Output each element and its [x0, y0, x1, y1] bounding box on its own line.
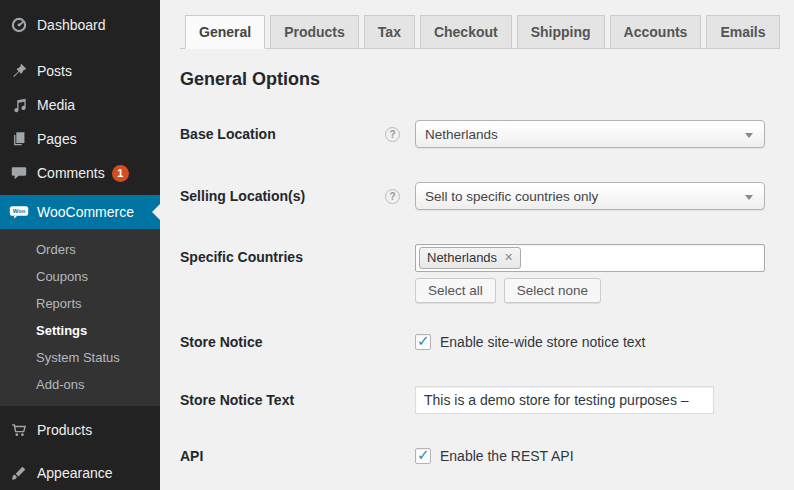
help-tip-icon[interactable]: ? — [385, 189, 400, 204]
chip-label: Netherlands — [427, 250, 497, 265]
sidebar-item-label: Comments — [37, 165, 105, 181]
menu-separator — [0, 447, 160, 456]
settings-tab-bar: General Products Tax Checkout Shipping A… — [180, 15, 770, 49]
submenu-item-system-status[interactable]: System Status — [0, 344, 160, 371]
sidebar-item-label: WooCommerce — [37, 204, 134, 220]
form-row-api: API Enable the REST API — [180, 448, 770, 464]
submenu-item-settings[interactable]: Settings — [0, 317, 160, 344]
sidebar-item-products[interactable]: Products — [0, 413, 160, 447]
woocommerce-settings-page: { "colors": { "accent": "#0074a2", "comm… — [0, 0, 794, 490]
form-row-specific-countries: Specific Countries Netherlands ✕ Select … — [180, 244, 770, 303]
chevron-down-icon — [745, 133, 753, 138]
admin-menu: Dashboard Posts Media Pages Comments — [0, 0, 160, 229]
tab-checkout[interactable]: Checkout — [420, 15, 512, 49]
help-tip-icon[interactable]: ? — [385, 127, 400, 142]
tab-emails[interactable]: Emails — [706, 15, 779, 49]
tab-tax[interactable]: Tax — [364, 15, 415, 49]
base-location-select[interactable]: Netherlands — [415, 120, 765, 148]
sidebar-item-media[interactable]: Media — [0, 88, 160, 122]
media-icon — [9, 95, 29, 115]
cart-icon — [9, 420, 29, 440]
menu-separator — [0, 42, 160, 54]
tab-shipping[interactable]: Shipping — [517, 15, 605, 49]
page-title: General Options — [180, 69, 770, 90]
field-label: API — [180, 448, 385, 464]
menu-separator — [0, 406, 160, 413]
field-label: Store Notice — [180, 334, 385, 350]
admin-sidebar: Dashboard Posts Media Pages Comments — [0, 0, 160, 490]
dashboard-icon — [9, 15, 29, 35]
field-label: Specific Countries — [180, 244, 385, 271]
sidebar-item-label: Media — [37, 97, 75, 113]
select-all-button[interactable]: Select all — [415, 278, 496, 303]
pushpin-icon — [9, 61, 29, 81]
store-notice-text-input[interactable] — [415, 386, 714, 414]
submenu-item-orders[interactable]: Orders — [0, 236, 160, 263]
current-menu-arrow — [144, 204, 160, 220]
pages-icon — [9, 129, 29, 149]
sidebar-item-pages[interactable]: Pages — [0, 122, 160, 156]
tab-products[interactable]: Products — [270, 15, 359, 49]
sidebar-item-label: Pages — [37, 131, 77, 147]
sidebar-item-label: Appearance — [37, 465, 113, 481]
form-row-selling-location: Selling Location(s) ? Sell to specific c… — [180, 182, 770, 210]
field-label: Selling Location(s) — [180, 188, 385, 204]
comment-bubble-icon — [9, 163, 29, 183]
sidebar-item-comments[interactable]: Comments 1 — [0, 156, 160, 190]
selling-location-select[interactable]: Sell to specific countries only — [415, 182, 765, 210]
submenu-item-coupons[interactable]: Coupons — [0, 263, 160, 290]
sidebar-item-label: Products — [37, 422, 92, 438]
submenu-item-add-ons[interactable]: Add-ons — [0, 371, 160, 398]
store-notice-toggle[interactable]: Enable site-wide store notice text — [415, 334, 770, 350]
sidebar-item-label: Posts — [37, 63, 72, 79]
woocommerce-submenu: Orders Coupons Reports Settings System S… — [0, 229, 160, 406]
svg-text:Woo: Woo — [13, 208, 26, 214]
api-toggle[interactable]: Enable the REST API — [415, 448, 770, 464]
field-label: Base Location — [180, 126, 385, 142]
country-buttons: Select all Select none — [415, 278, 770, 303]
api-checkbox[interactable] — [415, 448, 431, 464]
specific-countries-group: Netherlands ✕ Select all Select none — [415, 244, 770, 303]
sidebar-item-posts[interactable]: Posts — [0, 54, 160, 88]
submenu-item-reports[interactable]: Reports — [0, 290, 160, 317]
settings-content: General Products Tax Checkout Shipping A… — [160, 0, 794, 490]
sidebar-item-dashboard[interactable]: Dashboard — [0, 8, 160, 42]
woocommerce-logo-icon: Woo — [9, 202, 29, 222]
brush-icon — [9, 463, 29, 483]
tab-accounts[interactable]: Accounts — [610, 15, 702, 49]
form-row-store-notice: Store Notice Enable site-wide store noti… — [180, 334, 770, 350]
sidebar-item-woocommerce[interactable]: Woo WooCommerce — [0, 195, 160, 229]
form-row-base-location: Base Location ? Netherlands — [180, 120, 770, 148]
select-none-button[interactable]: Select none — [504, 278, 601, 303]
form-row-store-notice-text: Store Notice Text — [180, 386, 770, 414]
sidebar-item-appearance[interactable]: Appearance — [0, 456, 160, 490]
admin-menu-lower: Products Appearance — [0, 413, 160, 490]
select-value: Netherlands — [425, 127, 498, 142]
checkbox-label[interactable]: Enable site-wide store notice text — [440, 334, 645, 350]
select-value: Sell to specific countries only — [425, 189, 598, 204]
remove-country-icon[interactable]: ✕ — [504, 252, 513, 263]
checkbox-label[interactable]: Enable the REST API — [440, 448, 574, 464]
comments-count-badge: 1 — [112, 165, 129, 182]
chevron-down-icon — [745, 195, 753, 200]
sidebar-item-label: Dashboard — [37, 17, 106, 33]
store-notice-checkbox[interactable] — [415, 334, 431, 350]
specific-countries-input[interactable]: Netherlands ✕ — [415, 244, 765, 272]
field-label: Store Notice Text — [180, 392, 385, 408]
tab-general[interactable]: General — [185, 15, 265, 49]
country-chip: Netherlands ✕ — [419, 247, 521, 269]
